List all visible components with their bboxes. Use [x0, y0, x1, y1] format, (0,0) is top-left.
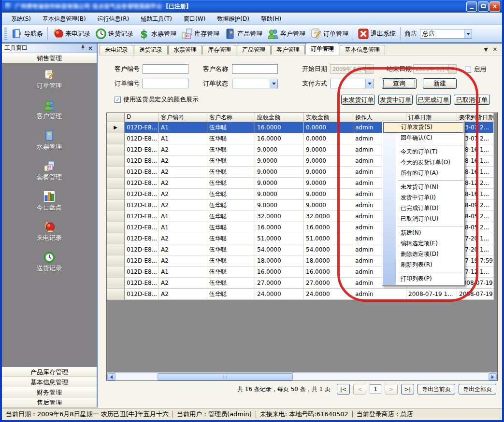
context-menu-item[interactable]: 所有的订单(A): [382, 168, 464, 179]
column-header-3[interactable]: 客户名称: [207, 113, 255, 122]
row-selector[interactable]: [107, 211, 125, 222]
chevron-down-icon[interactable]: [365, 65, 373, 73]
filter-completed-button[interactable]: 已完成订单: [416, 95, 451, 105]
context-menu-item[interactable]: 已完成订单(D): [382, 203, 464, 214]
row-selector[interactable]: [107, 133, 125, 144]
customer-no-input[interactable]: [143, 64, 188, 74]
filter-cancelled-button[interactable]: 已取消订单: [454, 95, 490, 105]
last-page-button[interactable]: >|: [401, 384, 414, 394]
start-date-picker[interactable]: 2009年 6月 8日: [330, 64, 374, 74]
order-no-input[interactable]: [143, 79, 188, 88]
tab-inventory[interactable]: 库存管理: [202, 45, 236, 55]
column-header-0[interactable]: [107, 113, 125, 122]
horizontal-scrollbar[interactable]: [107, 372, 497, 380]
tab-orders[interactable]: 订单管理: [305, 43, 339, 55]
scroll-left-icon[interactable]: [107, 373, 115, 380]
row-selector[interactable]: [107, 167, 125, 178]
enable-date-checkbox[interactable]: [465, 67, 471, 73]
column-header-1[interactable]: D: [125, 113, 159, 122]
row-selector[interactable]: ▶: [107, 122, 125, 133]
tab-products[interactable]: 产品管理: [237, 45, 271, 55]
scrollbar-thumb[interactable]: [158, 373, 293, 380]
context-menu-item[interactable]: 发货中订单(I): [382, 193, 464, 203]
context-menu-item[interactable]: 刷新列表(R): [382, 260, 464, 270]
toolbar-navbar[interactable]: 导航条: [9, 27, 45, 41]
toolbar-products[interactable]: 产品管理: [222, 27, 265, 41]
toolbar-inventory[interactable]: 库存管理: [179, 27, 222, 41]
tab-call-records[interactable]: 来电记录: [100, 45, 133, 55]
sidebar-item-water-tickets[interactable]: 水票管理: [2, 130, 97, 160]
row-selector[interactable]: [107, 233, 125, 244]
context-menu-item[interactable]: 今天的发货订单(O): [382, 157, 464, 168]
context-menu-item[interactable]: 回单确认(C): [382, 133, 464, 143]
sidebar-item-daily-check[interactable]: 今日盘点: [2, 191, 97, 221]
row-selector[interactable]: [107, 244, 125, 255]
sidebar-section-after-sales[interactable]: 售后管理: [2, 397, 97, 408]
row-selector[interactable]: [107, 144, 125, 155]
context-menu-item[interactable]: 未发货订单(N): [382, 182, 464, 193]
export-all-pages-button[interactable]: 导出全部页: [459, 384, 496, 394]
column-header-5[interactable]: 实收金额: [304, 113, 353, 122]
row-selector[interactable]: [107, 178, 125, 189]
row-selector[interactable]: [107, 222, 125, 233]
row-selector[interactable]: [107, 278, 125, 289]
next-page-button[interactable]: >: [385, 384, 398, 394]
query-button[interactable]: 查询: [382, 78, 417, 89]
sidebar-item-delivery-records[interactable]: 送货记录: [2, 252, 97, 282]
minimize-button[interactable]: [466, 1, 477, 12]
context-menu-item[interactable]: 已取消订单(U): [382, 214, 464, 225]
row-selector[interactable]: [107, 267, 125, 278]
context-menu-item[interactable]: 编辑选定项(E): [382, 239, 464, 249]
menu-aux-tools[interactable]: 辅助工具(T): [135, 13, 177, 25]
sidebar-item-orders[interactable]: 订单管理: [2, 69, 97, 99]
menu-data-maintenance[interactable]: 数据维护(D): [212, 13, 255, 25]
tab-customers[interactable]: 客户管理: [271, 45, 305, 55]
context-menu-item[interactable]: 打印列表(P): [382, 274, 464, 284]
sidebar-item-packages[interactable]: 套餐管理: [2, 160, 97, 191]
chevron-down-icon[interactable]: [448, 65, 456, 73]
prev-page-button[interactable]: <: [353, 384, 366, 394]
chevron-down-icon[interactable]: [270, 79, 277, 88]
maximize-button[interactable]: [478, 1, 489, 12]
export-current-page-button[interactable]: 导出当前页: [418, 384, 455, 394]
menu-help[interactable]: 帮助(H): [256, 13, 287, 25]
deliveryman-color-checkbox[interactable]: ✓: [115, 97, 121, 103]
table-row[interactable]: 012D-E8...A2伍华聪24.000024.0000admin2008-0…: [107, 289, 494, 300]
tab-delivery-records[interactable]: 送货记录: [134, 45, 168, 55]
menu-run-info[interactable]: 运行信息(R): [92, 13, 135, 25]
close-button[interactable]: ×: [490, 1, 500, 12]
row-selector[interactable]: [107, 189, 125, 200]
toolbar-orders[interactable]: 订单管理: [308, 27, 351, 41]
context-menu-item[interactable]: 新建(N): [382, 228, 464, 239]
column-header-4[interactable]: 应收金额: [255, 113, 304, 122]
tab-basic-info[interactable]: 基本信息管理: [340, 45, 385, 55]
row-selector[interactable]: [107, 289, 125, 300]
menu-system[interactable]: 系统(S): [6, 13, 36, 25]
end-date-picker[interactable]: 2009年 6月 8日: [413, 64, 457, 74]
row-selector[interactable]: [107, 255, 125, 267]
filter-shipping-button[interactable]: 发货中订单: [378, 95, 413, 105]
row-selector[interactable]: [107, 155, 125, 167]
first-page-button[interactable]: |<: [337, 384, 350, 394]
customer-name-input[interactable]: [232, 64, 278, 74]
context-menu-item[interactable]: 删除选定项(D): [382, 249, 464, 260]
menu-window[interactable]: 窗口(W): [178, 13, 211, 25]
order-status-select[interactable]: [232, 79, 278, 88]
row-selector[interactable]: [107, 200, 125, 211]
tab-water-tickets[interactable]: 水票管理: [168, 45, 202, 55]
chevron-down-icon[interactable]: [365, 79, 373, 88]
new-button[interactable]: 新建: [423, 78, 457, 89]
toolbar-call-records[interactable]: 来电记录: [50, 27, 93, 41]
context-menu-item[interactable]: 今天的订单(T): [382, 147, 464, 157]
sidebar-item-call-records[interactable]: 来电记录: [2, 221, 97, 252]
scroll-right-icon[interactable]: [489, 373, 497, 380]
chevron-down-icon[interactable]: [464, 29, 472, 38]
page-number-input[interactable]: [370, 384, 381, 394]
sidebar-section-basic-info[interactable]: 基本信息管理: [2, 377, 97, 387]
sidebar-section-product-inventory[interactable]: 产品库存管理: [2, 367, 97, 377]
pay-method-select[interactable]: [330, 79, 374, 88]
tab-close-icon[interactable]: ✕: [493, 46, 497, 53]
toolbar-delivery-records[interactable]: 送货记录: [93, 27, 136, 41]
sidebar-section-sales[interactable]: 销售管理: [2, 53, 97, 63]
tool-window-close-icon[interactable]: ×: [86, 44, 94, 52]
